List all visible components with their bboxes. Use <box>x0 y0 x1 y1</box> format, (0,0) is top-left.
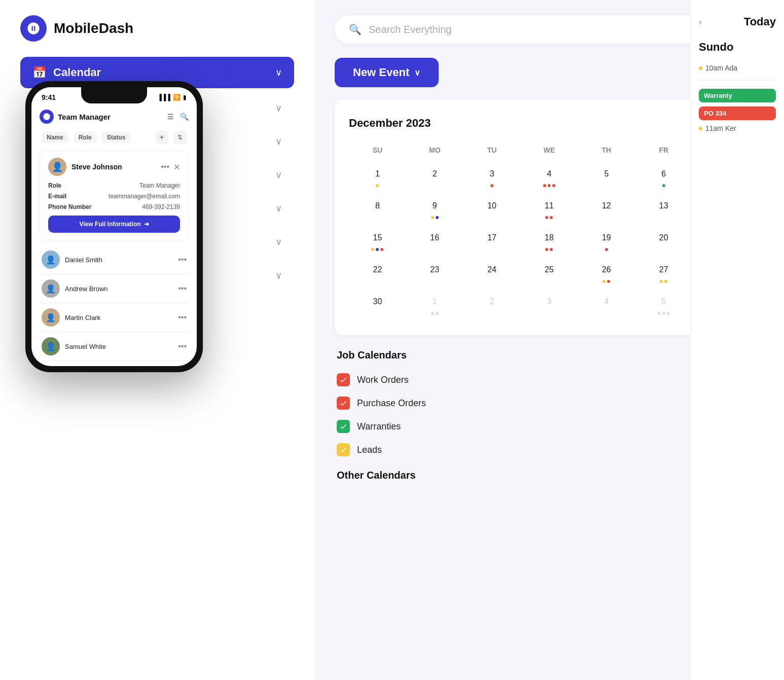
nav-payroll-chevron: ∨ <box>275 203 282 214</box>
svg-point-0 <box>30 24 32 26</box>
app-title: MobileDash <box>54 20 133 37</box>
contact-daniel[interactable]: 👤 Daniel Smith ••• <box>40 245 189 274</box>
warranty-chip[interactable]: Warranty <box>699 89 776 102</box>
cal-day-4[interactable]: 4 <box>521 161 578 190</box>
warranties-label: Warranties <box>357 421 401 432</box>
contact-close-icon[interactable]: ✕ <box>173 162 180 172</box>
contact-samuel[interactable]: 👤 Samuel White ••• <box>40 332 189 361</box>
phone-app-header: Team Manager ☰ 🔍 <box>40 110 189 124</box>
cal-day-25[interactable]: 25 <box>521 257 578 286</box>
cal-header-su: SU <box>349 143 406 157</box>
cal-day-12[interactable]: 12 <box>578 193 635 222</box>
cal-day-next-3[interactable]: 3 <box>521 289 578 318</box>
cal-day-10[interactable]: 10 <box>464 193 521 222</box>
contact-andrew[interactable]: 👤 Andrew Brown ••• <box>40 274 189 303</box>
new-event-chevron: ∨ <box>414 68 420 78</box>
view-full-arrow-icon: ➜ <box>144 221 149 228</box>
cal-day-27[interactable]: 27 <box>635 257 692 286</box>
cal-day-next-2[interactable]: 2 <box>464 289 521 318</box>
daniel-more-icon[interactable]: ••• <box>178 255 187 264</box>
event-11am: 11am Ker <box>699 124 776 132</box>
add-contact-button[interactable]: + <box>155 131 168 144</box>
daniel-name: Daniel Smith <box>65 256 102 264</box>
job-calendars-title: Job Calendars <box>337 349 407 361</box>
phone-search-icon[interactable]: 🔍 <box>180 113 189 121</box>
cal-day-23[interactable]: 23 <box>406 257 464 286</box>
martin-more-icon[interactable]: ••• <box>178 313 187 322</box>
samuel-more-icon[interactable]: ••• <box>178 342 187 351</box>
phone-screen: 9:41 ▐▐▐ 🛜 ▮ <box>31 87 197 366</box>
cal-day-next-5[interactable]: 5 <box>635 289 692 318</box>
cal-day-17[interactable]: 17 <box>464 225 521 254</box>
sunday-label: Sundo <box>699 41 776 54</box>
cal-week-4: 22 23 24 25 26 27 29 <box>349 257 750 286</box>
cal-day-8[interactable]: 8 <box>349 193 406 222</box>
view-full-info-button[interactable]: View Full Information ➜ <box>48 216 180 233</box>
today-prev-icon[interactable]: ‹ <box>699 17 702 27</box>
phone-table-header: Name Role Status + ⇅ <box>40 131 189 144</box>
calendar-icon: 📅 <box>32 66 46 79</box>
cal-day-3[interactable]: 3 <box>464 161 521 190</box>
samuel-avatar: 👤 <box>42 337 60 355</box>
phone-value: 469-392-2139 <box>142 203 180 210</box>
cal-day-26[interactable]: 26 <box>578 257 635 286</box>
cal-day-19[interactable]: 19 <box>578 225 635 254</box>
phone-mockup: 9:41 ▐▐▐ 🛜 ▮ <box>25 81 203 372</box>
nav-products-chevron: ∨ <box>275 236 282 247</box>
cal-day-next-1[interactable]: 1 <box>406 289 464 318</box>
contact-more-icon[interactable]: ••• <box>161 162 169 172</box>
cal-day-13[interactable]: 13 <box>635 193 692 222</box>
event-10am: 10am Ada <box>699 64 776 72</box>
cal-day-2[interactable]: 2 <box>406 161 464 190</box>
cal-day-22[interactable]: 22 <box>349 257 406 286</box>
new-event-label: New Event <box>353 66 409 79</box>
cal-day-18[interactable]: 18 <box>521 225 578 254</box>
cal-header-tu: TU <box>464 143 521 157</box>
cal-day-30[interactable]: 30 <box>349 289 406 318</box>
other-calendars-title: Other Calendars <box>337 470 416 481</box>
cal-day-20[interactable]: 20 <box>635 225 692 254</box>
andrew-name: Andrew Brown <box>65 285 108 293</box>
col-header-role: Role <box>74 132 97 143</box>
event-11am-label: 11am Ker <box>705 124 736 132</box>
cal-day-9[interactable]: 9 <box>406 193 464 222</box>
cal-day-next-4[interactable]: 4 <box>578 289 635 318</box>
nav-calendar-chevron: ∨ <box>275 67 282 78</box>
cal-day-16[interactable]: 16 <box>406 225 464 254</box>
contact-steve-name: Steve Johnson <box>72 163 122 171</box>
cal-day-11[interactable]: 11 <box>521 193 578 222</box>
andrew-more-icon[interactable]: ••• <box>178 284 187 293</box>
contact-martin[interactable]: 👤 Martin Clark ••• <box>40 303 189 332</box>
po-chip[interactable]: PO 334 <box>699 106 776 120</box>
leads-checkbox[interactable] <box>337 443 350 456</box>
daniel-avatar: 👤 <box>42 250 60 269</box>
work-orders-label: Work Orders <box>357 375 409 385</box>
warranties-checkbox[interactable] <box>337 420 350 433</box>
sort-button[interactable]: ⇅ <box>173 131 187 144</box>
email-value: teammanager@email.com <box>109 193 180 200</box>
divider <box>699 80 776 81</box>
partial-right-panel: ‹ Today Sundo 10am Ada Warranty PO 334 1… <box>690 0 784 680</box>
logo-area: MobileDash <box>20 15 294 42</box>
cal-day-1[interactable]: 1 <box>349 161 406 190</box>
work-orders-checkbox[interactable] <box>337 373 350 386</box>
cal-day-15[interactable]: 15 <box>349 225 406 254</box>
purchase-orders-checkbox[interactable] <box>337 397 350 410</box>
cal-day-6[interactable]: 6 <box>635 161 692 190</box>
cal-header-mo: MO <box>406 143 464 157</box>
col-header-status: Status <box>102 132 131 143</box>
phone-menu-icon[interactable]: ☰ <box>167 113 174 121</box>
email-row: E-mail teammanager@email.com <box>48 193 180 200</box>
calendar-nav: December 2023 ‹ › <box>349 114 750 133</box>
contact-card-header: 👤 Steve Johnson ••• ✕ <box>48 158 180 176</box>
samuel-name: Samuel White <box>65 343 106 350</box>
cal-day-24[interactable]: 24 <box>464 257 521 286</box>
today-label: Today <box>744 15 776 28</box>
new-event-button[interactable]: New Event ∨ <box>335 58 439 87</box>
cal-day-5[interactable]: 5 <box>578 161 635 190</box>
purchase-orders-label: Purchase Orders <box>357 398 426 409</box>
signal-icon: ▐▐▐ <box>157 94 170 101</box>
cal-week-2: 8 9 10 11 12 13 14 <box>349 193 750 222</box>
cal-week-3: 15 16 17 18 19 20 21 <box>349 225 750 254</box>
event-11am-dot <box>699 127 702 130</box>
